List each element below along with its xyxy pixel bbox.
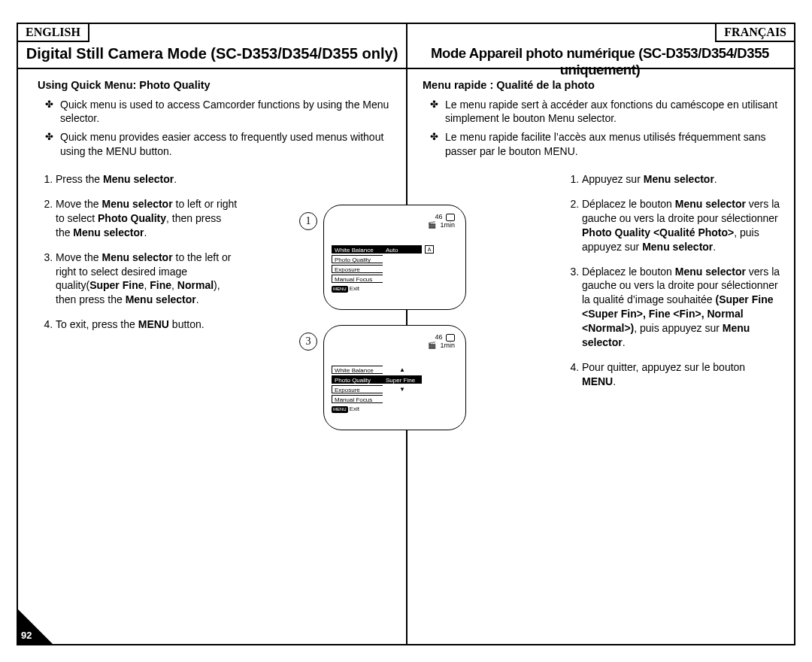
menu-badge-icon: MENU — [332, 406, 348, 413]
lcd1-menu: White BalanceAutoA Photo Quality Exposur… — [332, 244, 434, 293]
menu-item-ex: Exposure — [332, 385, 383, 393]
lcd3-menu: White Balance▲ Photo QualitySuper Fine E… — [332, 365, 422, 413]
step-fr-3: Déplacez le bouton Menu selector vers la… — [582, 265, 780, 350]
subtitle-en: Using Quick Menu: Photo Quality — [38, 78, 395, 93]
menu-value-auto: Auto — [383, 245, 422, 254]
lang-badge-en: ENGLISH — [17, 23, 89, 42]
bullets-fr: Le menu rapide sert à accéder aux foncti… — [417, 98, 780, 159]
menu-exit-3: MENUExit — [332, 405, 422, 413]
lcd3-top-info: 46 🎬 1min — [428, 333, 455, 350]
page-number: 92 — [21, 630, 32, 641]
step-circle-1: 1 — [299, 212, 317, 230]
lcd1-top-info: 46 🎬 1min — [428, 213, 455, 229]
bullets-en: Quick menu is used to access Camcorder f… — [32, 98, 395, 159]
menu-badge-icon: MENU — [332, 286, 348, 293]
bullet-en-2: Quick menu provides easier access to fre… — [48, 130, 395, 159]
menu-item-wb: White Balance — [332, 245, 383, 254]
menu-item-wb: White Balance — [332, 366, 383, 374]
lang-badge-fr: FRANÇAIS — [715, 23, 795, 42]
title-underline — [18, 68, 794, 69]
page-number-badge: 92 — [17, 608, 54, 645]
step-fr-1: Appuyez sur Menu selector. — [582, 172, 780, 187]
step-fr-4: Pour quitter, appuyez sur le bouton MENU… — [582, 360, 780, 389]
menu-value-sfine: Super Fine — [383, 375, 422, 384]
menu-item-ex: Exposure — [332, 265, 383, 273]
diagram-1: 1 46 🎬 1min White BalanceAutoA Photo Qua… — [323, 205, 489, 310]
bullet-en-1: Quick menu is used to access Camcorder f… — [48, 98, 395, 126]
clapper-icon: 🎬 — [428, 342, 436, 349]
menu-item-mf: Manual Focus — [332, 395, 383, 403]
subtitle-fr: Menu rapide : Qualité de la photo — [423, 78, 780, 93]
step-en-4: To exit, press the MENU button. — [56, 317, 238, 332]
sd-card-icon — [446, 214, 455, 221]
step-circle-3: 3 — [299, 333, 317, 351]
lcd-screen-1: 46 🎬 1min White BalanceAutoA Photo Quali… — [323, 205, 466, 310]
lcd-screen-3: 46 🎬 1min White Balance▲ Photo QualitySu… — [323, 325, 466, 430]
down-arrow-icon: ▼ — [399, 387, 405, 393]
page-frame: ENGLISH FRANÇAIS Digital Still Camera Mo… — [17, 23, 795, 645]
menu-item-mf: Manual Focus — [332, 275, 383, 283]
step-en-1: Press the Menu selector. — [56, 172, 238, 187]
diagram-3: 3 46 🎬 1min White Balance▲ Photo Quality… — [323, 325, 489, 430]
menu-item-pq: Photo Quality — [332, 375, 383, 384]
bullet-fr-1: Le menu rapide sert à accéder aux foncti… — [433, 98, 780, 126]
step-en-2: Move the Menu selector to left or right … — [56, 197, 238, 240]
step-en-3: Move the Menu selector to the left or ri… — [56, 251, 238, 308]
up-arrow-icon: ▲ — [399, 367, 405, 373]
menu-exit-1: MENUExit — [332, 285, 434, 293]
sd-card-icon — [446, 334, 455, 342]
menu-item-pq: Photo Quality — [332, 255, 383, 263]
a-indicator-icon: A — [425, 245, 434, 254]
bullet-fr-2: Le menu rapide facilite l’accès aux menu… — [433, 130, 780, 159]
clapper-icon: 🎬 — [428, 221, 436, 229]
step-fr-2: Déplacez le bouton Menu selector vers la… — [582, 197, 780, 254]
